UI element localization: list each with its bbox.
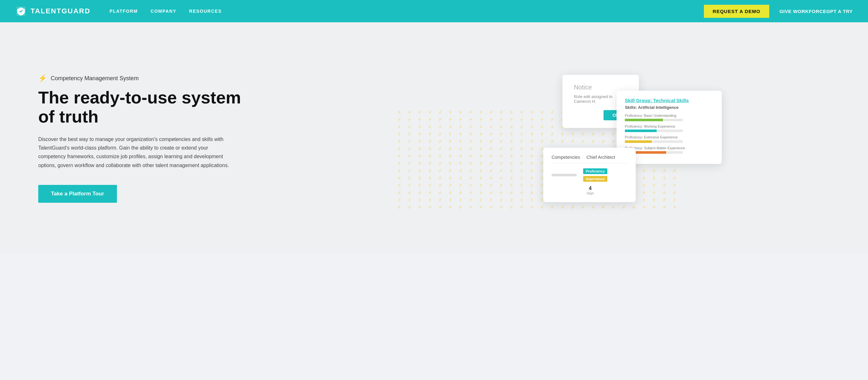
pattern-icon: ⚡ xyxy=(428,132,435,136)
comp-card-header: Competencies Chief Architect xyxy=(552,155,627,163)
pattern-icon: ⚡ xyxy=(499,110,506,114)
pattern-icon: ⚡ xyxy=(428,117,435,122)
pattern-icon: ⚡ xyxy=(611,205,618,209)
pattern-icon: ⚡ xyxy=(407,110,414,114)
pattern-icon: ⚡ xyxy=(499,147,506,151)
logo-container[interactable]: TALENTGUARD xyxy=(15,5,91,17)
skill-bars-3 xyxy=(625,140,713,143)
pattern-icon: ⚡ xyxy=(509,110,516,114)
skill-row-4: Proficiency: Subject Matter Experience xyxy=(625,146,713,154)
pattern-icon: ⚡ xyxy=(458,191,465,195)
skills-card-subtitle: Skills: Artificial Intelligence xyxy=(625,105,713,110)
cards-container: Notice Role edit assigned to Cameron H. … xyxy=(537,72,722,205)
pattern-icon: ⚡ xyxy=(428,205,435,209)
pattern-icon: ⚡ xyxy=(478,110,486,114)
pattern-icon: ⚡ xyxy=(499,176,506,180)
pattern-icon: ⚡ xyxy=(468,191,475,195)
pattern-icon: ⚡ xyxy=(438,183,445,187)
proficiency-badge: Proficiency xyxy=(583,168,607,174)
pattern-icon: ⚡ xyxy=(448,161,455,166)
pattern-icon: ⚡ xyxy=(397,161,404,166)
pattern-icon: ⚡ xyxy=(499,169,506,173)
pattern-icon: ⚡ xyxy=(397,169,404,173)
pattern-icon: ⚡ xyxy=(509,132,516,136)
pattern-icon: ⚡ xyxy=(478,183,486,187)
nav-resources[interactable]: RESOURCES xyxy=(189,9,222,14)
nav-platform[interactable]: PLATFORM xyxy=(110,9,138,14)
pattern-icon: ⚡ xyxy=(438,169,445,173)
pattern-icon: ⚡ xyxy=(428,183,435,187)
pattern-icon: ⚡ xyxy=(397,205,404,209)
pattern-icon: ⚡ xyxy=(407,132,414,136)
pattern-icon: ⚡ xyxy=(417,132,425,136)
pattern-icon: ⚡ xyxy=(397,183,404,187)
pattern-icon: ⚡ xyxy=(438,110,445,114)
pattern-icon: ⚡ xyxy=(560,205,567,209)
pattern-icon: ⚡ xyxy=(499,132,506,136)
pattern-icon: ⚡ xyxy=(448,139,455,143)
pattern-icon: ⚡ xyxy=(458,125,465,129)
nav-company[interactable]: COMPANY xyxy=(151,9,177,14)
pattern-icon: ⚡ xyxy=(509,198,516,202)
pattern-icon: ⚡ xyxy=(407,176,414,180)
pattern-icon: ⚡ xyxy=(397,132,404,136)
pattern-icon: ⚡ xyxy=(489,132,496,136)
pattern-icon: ⚡ xyxy=(519,117,526,122)
pattern-icon: ⚡ xyxy=(499,191,506,195)
pattern-icon: ⚡ xyxy=(478,169,486,173)
pattern-icon: ⚡ xyxy=(519,205,526,209)
pattern-icon: ⚡ xyxy=(438,125,445,129)
pattern-icon: ⚡ xyxy=(509,139,516,143)
pattern-icon: ⚡ xyxy=(478,147,486,151)
pattern-icon: ⚡ xyxy=(530,139,537,143)
pattern-icon: ⚡ xyxy=(489,139,496,143)
pattern-icon: ⚡ xyxy=(407,169,414,173)
pattern-icon: ⚡ xyxy=(478,176,486,180)
pattern-icon: ⚡ xyxy=(448,147,455,151)
workforce-gpt-link[interactable]: GIVE WORKFORCEGPT A TRY xyxy=(779,9,853,14)
pattern-icon: ⚡ xyxy=(438,154,445,158)
pattern-icon: ⚡ xyxy=(448,132,455,136)
pattern-icon: ⚡ xyxy=(438,161,445,166)
skill-label-2: Proficiency: Working Experience xyxy=(625,125,713,128)
pattern-icon: ⚡ xyxy=(417,176,425,180)
pattern-icon: ⚡ xyxy=(478,132,486,136)
pattern-icon: ⚡ xyxy=(397,139,404,143)
pattern-icon: ⚡ xyxy=(489,154,496,158)
pattern-icon: ⚡ xyxy=(397,125,404,129)
pattern-icon: ⚡ xyxy=(478,191,486,195)
pattern-icon: ⚡ xyxy=(428,191,435,195)
pattern-icon: ⚡ xyxy=(438,198,445,202)
pattern-icon: ⚡ xyxy=(478,198,486,202)
navbar: TALENTGUARD PLATFORM COMPANY RESOURCES R… xyxy=(0,0,868,22)
pattern-icon: ⚡ xyxy=(397,191,404,195)
skill-label-1: Proficiency: Basic Understanding xyxy=(625,114,713,117)
pattern-icon: ⚡ xyxy=(458,139,465,143)
pattern-icon: ⚡ xyxy=(468,198,475,202)
tag-text: Competency Management System xyxy=(51,75,138,82)
pattern-icon: ⚡ xyxy=(530,191,537,195)
pattern-icon: ⚡ xyxy=(407,205,414,209)
pattern-icon: ⚡ xyxy=(417,191,425,195)
comp-col-2: Chief Architect xyxy=(586,155,615,160)
pattern-icon: ⚡ xyxy=(428,110,435,114)
pattern-icon: ⚡ xyxy=(519,198,526,202)
skill-bar-empty-1 xyxy=(664,119,683,121)
pattern-icon: ⚡ xyxy=(468,147,475,151)
pattern-icon: ⚡ xyxy=(509,183,516,187)
pattern-icon: ⚡ xyxy=(499,198,506,202)
skill-bar-fill-3 xyxy=(625,140,652,143)
pattern-icon: ⚡ xyxy=(468,183,475,187)
pattern-icon: ⚡ xyxy=(458,183,465,187)
pattern-icon: ⚡ xyxy=(428,139,435,143)
platform-tour-button[interactable]: Take a Platform Tour xyxy=(38,185,117,203)
pattern-icon: ⚡ xyxy=(652,205,659,209)
pattern-icon: ⚡ xyxy=(468,117,475,122)
pattern-icon: ⚡ xyxy=(407,161,414,166)
request-demo-button[interactable]: REQUEST A DEMO xyxy=(704,5,770,18)
pattern-icon: ⚡ xyxy=(438,147,445,151)
pattern-icon: ⚡ xyxy=(468,132,475,136)
pattern-icon: ⚡ xyxy=(509,154,516,158)
pattern-icon: ⚡ xyxy=(417,205,425,209)
pattern-icon: ⚡ xyxy=(397,176,404,180)
